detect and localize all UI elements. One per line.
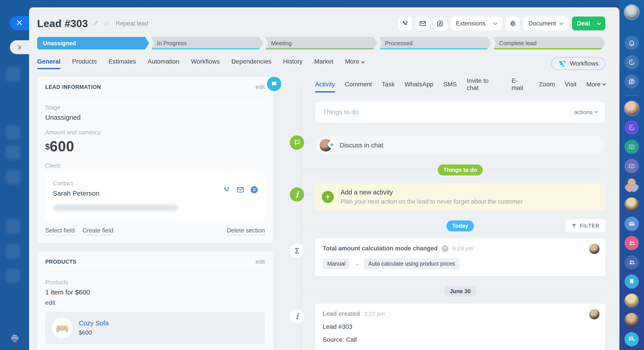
contact-name[interactable]: Sarah Peterson (53, 190, 99, 197)
tab-general[interactable]: General (37, 58, 60, 69)
copy-link-icon[interactable] (104, 20, 110, 27)
help-icon[interactable]: ? (442, 245, 448, 252)
speech-bubble-icon (294, 139, 300, 146)
tab-estimates[interactable]: Estimates (108, 58, 136, 69)
tab-comment[interactable]: Comment (345, 77, 372, 92)
stage-label: Unassigned (43, 40, 76, 47)
extensions-button[interactable]: Extensions (451, 16, 502, 30)
info-icon: i (295, 312, 298, 321)
add-activity-banner[interactable]: i + Add a new activity Plan your next ac… (315, 183, 605, 210)
contact-mail-icon[interactable] (236, 186, 244, 195)
actions-dropdown[interactable]: actions (574, 109, 598, 116)
tab-dependencies[interactable]: Dependencies (231, 58, 272, 69)
kanban-check-icon (628, 162, 635, 170)
collapse-panel-button[interactable] (10, 40, 29, 54)
tasks-board-button[interactable] (624, 140, 639, 154)
mail-channel-button[interactable] (624, 216, 639, 231)
edit-section-link[interactable]: edit (256, 84, 265, 90)
tab-more[interactable]: More (586, 77, 605, 92)
tab-sms[interactable]: SMS (443, 77, 457, 92)
amount-field-label: Amount and currency (45, 129, 265, 136)
info-marker: i (290, 187, 304, 202)
user-avatar[interactable] (624, 5, 639, 19)
create-field-link[interactable]: Create field (82, 227, 113, 236)
sidebar-blurred-icon (6, 244, 20, 258)
call-button[interactable] (398, 16, 412, 30)
discuss-in-chat-row[interactable]: + Discuss in chat (315, 136, 605, 155)
stage-label: Processed (385, 40, 413, 47)
today-divider: Today FILTER (315, 220, 605, 231)
client-field-label: Client (45, 162, 265, 169)
tab-products[interactable]: Products (72, 58, 97, 69)
avatar (589, 244, 600, 254)
tab-task[interactable]: Task (382, 77, 395, 92)
bookmarks-button[interactable] (624, 274, 639, 289)
contacts-button[interactable] (624, 255, 639, 270)
edit-title-icon[interactable] (93, 20, 99, 27)
edit-section-link[interactable]: edit (256, 258, 265, 265)
tab-workflows[interactable]: Workflows (191, 58, 220, 69)
contact-avatar[interactable] (624, 198, 639, 212)
edit-products-link[interactable]: edit (45, 299, 265, 306)
deal-button[interactable]: Deal (572, 16, 605, 30)
chat-transfer-button[interactable] (433, 16, 447, 30)
product-name-link[interactable]: Cozy Sofa (79, 320, 109, 327)
tab-email[interactable]: E-mail (512, 77, 529, 92)
tab-more[interactable]: More (345, 58, 364, 69)
filter-button[interactable]: FILTER (566, 219, 605, 232)
workflows-button[interactable]: Workflows (551, 57, 605, 70)
people-icon (628, 258, 636, 266)
tab-activity[interactable]: Activity (315, 77, 335, 92)
email-button[interactable] (416, 16, 430, 30)
product-list-item[interactable]: Cozy Sofa $600 (45, 312, 265, 344)
workflows-icon (558, 60, 566, 68)
team-chat-button[interactable] (624, 332, 639, 346)
add-activity-plus-icon: + (322, 191, 334, 203)
contact-chat-icon[interactable] (250, 186, 258, 195)
close-lead-button[interactable] (10, 16, 29, 30)
stage-in-progress[interactable]: In Progress (151, 37, 263, 50)
document-button[interactable]: Document (523, 16, 568, 30)
tab-whatsapp[interactable]: WhatsApp (404, 77, 434, 92)
things-to-do-pill[interactable]: Things to do (438, 164, 483, 176)
contact-avatar[interactable] (624, 294, 639, 308)
stage-field-value[interactable]: Unassigned (45, 114, 265, 121)
stage-unassigned[interactable]: Unassigned (37, 37, 149, 50)
collapse-arrow-icon (16, 43, 23, 51)
select-field-link[interactable]: Select field (45, 227, 75, 236)
tasks-board-button-2[interactable] (624, 159, 639, 173)
notifications-button[interactable] (624, 36, 639, 50)
print-button[interactable] (10, 333, 20, 344)
todo-input[interactable] (323, 108, 574, 116)
delete-section-link[interactable]: Delete section (227, 227, 265, 236)
contact-avatar[interactable] (624, 313, 639, 327)
sidebar-divider (624, 95, 639, 95)
stage-meeting[interactable]: Meeting (265, 37, 377, 50)
stage-complete-lead[interactable]: Complete lead (493, 37, 605, 50)
ai-assistant-button[interactable] (624, 55, 639, 69)
event-time: 2:22 pm (364, 310, 385, 317)
products-field-label: Products (45, 279, 265, 286)
sidebar-blurred-icon (6, 268, 20, 283)
lead-tabs: General Products Estimates Automation Wo… (37, 58, 364, 69)
tab-invite-to-chat[interactable]: Invite to chat (467, 77, 502, 92)
tab-market[interactable]: Market (314, 58, 334, 69)
tab-visit[interactable]: Visit (565, 77, 576, 92)
product-price: $600 (79, 329, 109, 336)
contact-avatar[interactable] (624, 101, 639, 116)
chat-transfer-rail-button[interactable] (624, 74, 639, 88)
contacts-pink-button[interactable] (624, 236, 639, 250)
settings-button[interactable] (506, 16, 520, 30)
stage-processed[interactable]: Processed (379, 37, 492, 50)
amount-field-value[interactable]: $600 (45, 138, 265, 155)
deal-label: Deal (577, 20, 590, 27)
team-avatar-group[interactable] (624, 178, 639, 192)
contact-call-icon[interactable] (223, 186, 230, 194)
sofa-image (55, 320, 70, 335)
tab-history[interactable]: History (283, 58, 302, 69)
tab-zoom[interactable]: Zoom (539, 77, 555, 92)
sidebar-blurred-icon (6, 170, 20, 184)
ai-active-button[interactable] (624, 120, 639, 135)
tab-automation[interactable]: Automation (148, 58, 180, 69)
today-pill[interactable]: Today (446, 220, 474, 232)
